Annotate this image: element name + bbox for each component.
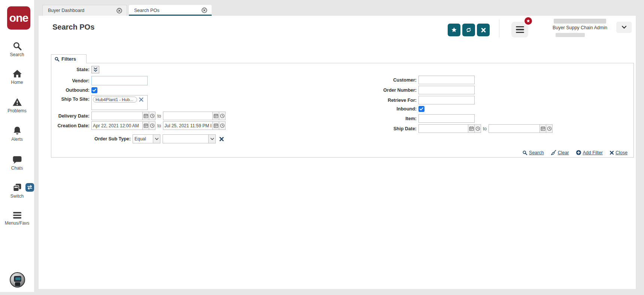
time-picker-button[interactable] [219,112,226,120]
star-icon [526,19,530,23]
double-chevron-down-icon [93,67,98,72]
sidebar-item-search[interactable]: Search [0,41,34,57]
clear-action-label: Clear [558,150,569,155]
sidebar-item-label: Menus/Favs [0,221,34,226]
clock-icon [475,126,480,131]
ship-date-to-input[interactable] [489,124,540,133]
search-icon [522,150,527,155]
add-filter-action[interactable]: Add Filter [576,150,603,155]
refresh-button[interactable] [462,24,475,36]
delivery-date-from-input[interactable] [91,112,143,120]
filter-row-ship-date: Ship Date: to [374,124,553,133]
tab-label: Buyer Dashboard [48,8,114,13]
add-filter-action-label: Add Filter [583,150,603,155]
sidebar-item-problems[interactable]: Problems [0,97,34,113]
filter-row-order-number: Order Number: [374,86,475,94]
close-page-button[interactable] [477,24,490,36]
creation-date-label: Creation Date: [51,123,91,128]
state-expand-button[interactable] [91,66,99,73]
clear-brush-icon [551,150,556,155]
outbound-checkbox[interactable] [91,87,97,93]
calendar-picker-button[interactable] [212,112,219,120]
logo-text: one [9,12,28,24]
sidebar-item-menus-favs[interactable]: Menus/Favs [0,211,34,226]
redacted-user-name [554,19,606,24]
time-picker-button[interactable] [219,121,226,130]
filters-tab[interactable]: Filters [51,54,87,63]
filter-actions: Search Clear Add Filter Close [522,150,628,155]
chevron-down-icon [208,135,215,143]
order-number-input[interactable] [418,86,475,94]
refresh-icon [465,27,472,33]
home-icon [12,69,22,79]
chevron-down-icon [153,135,160,143]
redacted-org-name [556,33,585,37]
swap-arrows-icon [27,185,33,190]
favorite-button[interactable] [448,24,460,36]
plus-circle-icon [576,150,581,155]
checkmark-icon [419,107,424,111]
retrieve-for-input[interactable] [418,96,475,104]
calendar-icon [214,113,218,118]
filter-row-state: State: [51,66,99,73]
remove-filter-icon[interactable] [219,137,224,142]
tab-close-button[interactable] [202,7,207,13]
calendar-picker-button[interactable] [142,121,149,130]
search-action[interactable]: Search [522,150,544,155]
calendar-picker-button[interactable] [212,121,219,130]
user-avatar[interactable] [10,272,25,288]
creation-date-to-input[interactable] [163,121,213,130]
sidebar-item-alerts[interactable]: Alerts [0,126,34,142]
time-picker-button[interactable] [474,124,481,133]
order-sub-type-value-select[interactable] [163,134,216,143]
filter-row-customer: Customer: [374,76,475,84]
time-picker-button[interactable] [546,124,553,133]
close-action[interactable]: Close [610,150,628,155]
clear-action[interactable]: Clear [551,150,569,155]
favorites-badge[interactable] [524,16,533,25]
filter-row-order-sub-type: Order Sub Type: Equal [51,134,224,143]
range-separator: to [155,113,163,119]
calendar-icon [143,113,148,118]
one-network-logo[interactable]: one [7,6,30,30]
order-number-label: Order Number: [374,88,418,93]
switch-context-badge[interactable] [25,183,34,192]
user-menu-button[interactable] [616,22,632,33]
chevron-down-icon [621,25,627,30]
creation-date-from-input[interactable] [91,121,143,130]
ship-to-site-chip[interactable]: Hub4Plant1 - Hub... [93,97,137,103]
vendor-input[interactable] [91,76,148,85]
filter-row-inbound: Inbound: [374,106,424,112]
retrieve-for-label: Retrieve For: [374,98,418,103]
order-sub-type-operator-select[interactable]: Equal [133,134,160,143]
ship-to-site-field[interactable]: Hub4Plant1 - Hub... [91,95,148,110]
clock-icon [220,113,225,118]
calendar-picker-button[interactable] [468,124,475,133]
inbound-checkbox[interactable] [418,106,424,112]
sidebar-item-label: Problems [0,108,34,113]
sidebar-item-label: Search [0,52,34,57]
sidebar-item-home[interactable]: Home [0,69,34,85]
tab-close-button[interactable] [117,8,122,13]
hamburger-icon [516,26,524,28]
item-input[interactable] [418,114,475,123]
filters-tab-label: Filters [61,56,76,62]
customer-input[interactable] [418,76,475,84]
sidebar-item-chats[interactable]: Chats [0,155,34,171]
range-separator: to [155,123,163,128]
customer-label: Customer: [374,77,418,83]
tab-buyer-dashboard[interactable]: Buyer Dashboard [42,5,127,16]
time-picker-button[interactable] [149,121,155,130]
content-area: Buyer Dashboard Search POs Search POs [39,5,636,289]
filter-panel: State: Vendor: Outbound: Ship To [51,63,634,158]
calendar-picker-button[interactable] [142,112,149,120]
search-action-label: Search [529,150,544,155]
time-picker-button[interactable] [149,112,155,120]
delivery-date-to-input[interactable] [163,112,213,120]
state-label: State: [51,67,91,72]
calendar-picker-button[interactable] [539,124,546,133]
tab-search-pos[interactable]: Search POs [129,5,212,16]
ship-date-from-input[interactable] [418,124,468,133]
header-divider [499,19,499,37]
clear-field-icon[interactable] [139,97,143,102]
